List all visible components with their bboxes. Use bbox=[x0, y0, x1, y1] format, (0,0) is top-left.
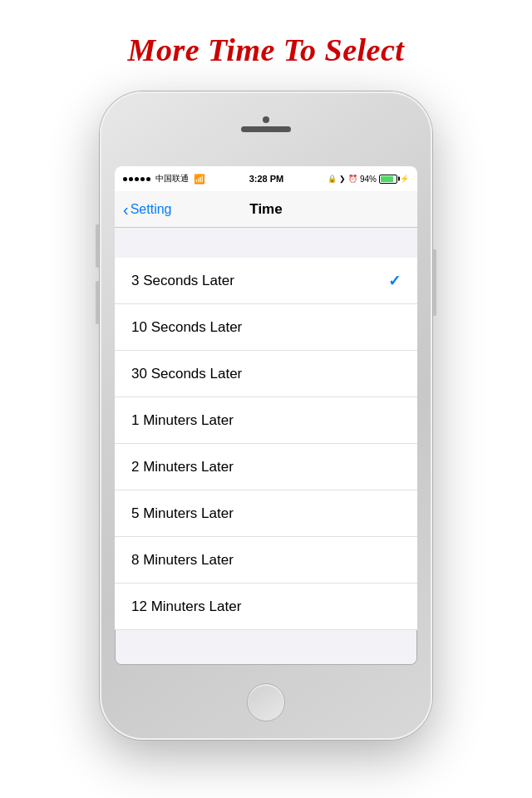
nav-bar: ‹ Setting Time bbox=[115, 191, 417, 228]
charging-icon: ⚡ bbox=[400, 175, 409, 183]
battery-fill bbox=[381, 176, 393, 182]
status-right: 🔒 ❯ ⏰ 94% ⚡ bbox=[328, 175, 409, 184]
front-camera bbox=[263, 116, 269, 123]
checkmark-icon: ✓ bbox=[388, 272, 401, 290]
volume-down-button bbox=[96, 281, 99, 324]
volume-up-button bbox=[96, 224, 99, 268]
list-item-label: 12 Minuters Later bbox=[131, 598, 241, 615]
wifi-icon: 📶 bbox=[194, 174, 205, 185]
list-item-label: 5 Minuters Later bbox=[131, 505, 234, 522]
app-marketing-title: More Time To Select bbox=[128, 32, 405, 68]
list-item[interactable]: 1 Minuters Later bbox=[115, 397, 417, 444]
list-item-label: 3 Seconds Later bbox=[131, 273, 234, 289]
list-item-label: 10 Seconds Later bbox=[131, 319, 242, 336]
signal-strength-icon bbox=[123, 177, 150, 181]
list-item[interactable]: 10 Seconds Later bbox=[115, 304, 417, 351]
alarm-icon: ⏰ bbox=[348, 175, 357, 183]
carrier-label: 中国联通 bbox=[155, 173, 189, 185]
list-item[interactable]: 5 Minuters Later bbox=[115, 490, 417, 537]
phone-top-notch bbox=[241, 116, 291, 132]
list-item-label: 8 Minuters Later bbox=[131, 552, 234, 569]
list-item-label: 1 Minuters Later bbox=[131, 412, 234, 429]
back-chevron-icon: ‹ bbox=[123, 201, 129, 218]
time-options-list: 3 Seconds Later✓10 Seconds Later30 Secon… bbox=[115, 258, 417, 630]
location-icon: ❯ bbox=[339, 175, 346, 183]
clock: 3:28 PM bbox=[249, 174, 284, 184]
status-left: 中国联通 📶 bbox=[123, 173, 205, 185]
list-item[interactable]: 3 Seconds Later✓ bbox=[115, 258, 417, 304]
list-item[interactable]: 2 Minuters Later bbox=[115, 444, 417, 490]
battery-icon bbox=[379, 175, 397, 184]
speaker bbox=[241, 126, 291, 132]
phone-mockup: 中国联通 📶 3:28 PM 🔒 ❯ ⏰ 94% ⚡ ‹ Setting Tim… bbox=[100, 91, 432, 740]
power-button bbox=[433, 249, 436, 316]
phone-screen: 中国联通 📶 3:28 PM 🔒 ❯ ⏰ 94% ⚡ ‹ Setting Tim… bbox=[115, 166, 417, 665]
list-item-label: 2 Minuters Later bbox=[131, 459, 234, 475]
battery-percent: 94% bbox=[360, 175, 377, 184]
list-item-label: 30 Seconds Later bbox=[131, 366, 242, 382]
section-spacer bbox=[115, 228, 417, 258]
list-item[interactable]: 30 Seconds Later bbox=[115, 351, 417, 397]
back-label: Setting bbox=[131, 202, 172, 217]
back-button[interactable]: ‹ Setting bbox=[123, 201, 171, 218]
lock-icon: 🔒 bbox=[328, 175, 337, 183]
status-bar: 中国联通 📶 3:28 PM 🔒 ❯ ⏰ 94% ⚡ bbox=[115, 166, 417, 191]
list-item[interactable]: 12 Minuters Later bbox=[115, 584, 417, 630]
nav-title: Time bbox=[249, 201, 282, 218]
list-item[interactable]: 8 Minuters Later bbox=[115, 537, 417, 584]
home-button[interactable] bbox=[247, 683, 285, 722]
